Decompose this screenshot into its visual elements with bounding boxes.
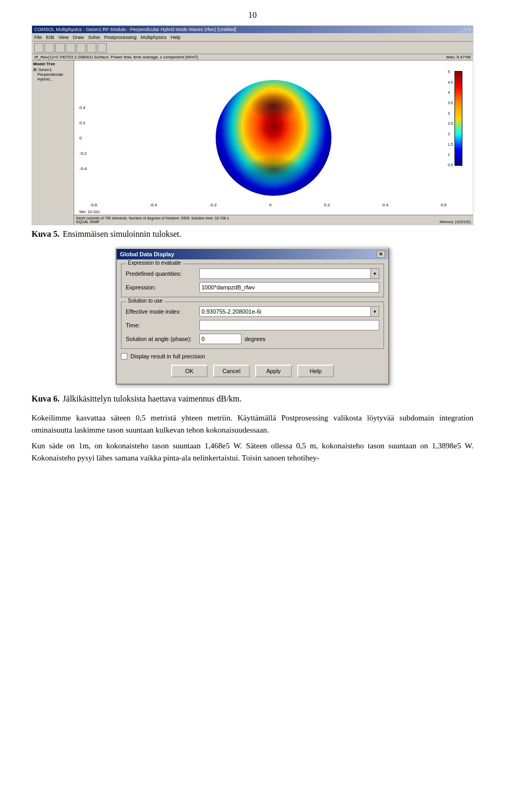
mode-index-row: Effective mode index: ▼ xyxy=(126,306,379,317)
dialog-buttons: OK Cancel Apply Help xyxy=(121,362,384,379)
mode-index-label: Effective mode index: xyxy=(126,308,199,315)
page-number: 10 xyxy=(32,11,473,20)
caption-kuva6: Kuva 6. Jälkikäsittelyn tuloksista haett… xyxy=(32,394,473,404)
apply-button[interactable]: Apply xyxy=(255,365,292,377)
comsol-status: Mesh consists of 756 elements. Number of… xyxy=(74,215,473,225)
kuva5-text: Ensimmäisen simuloinnin tulokset. xyxy=(63,229,181,239)
predefined-dropdown-btn[interactable]: ▼ xyxy=(371,268,379,279)
dialog-content: Expression to evaluate Predefined quanti… xyxy=(117,259,388,384)
help-button[interactable]: Help xyxy=(297,365,334,377)
dialog-titlebar: Global Data Display ✕ xyxy=(117,249,388,259)
comsol-window-controls: _ □ × xyxy=(460,27,471,32)
solution-group: Solution to use Effective mode index: ▼ … xyxy=(121,302,384,349)
toolbar-btn-4[interactable] xyxy=(66,43,75,53)
colorbar xyxy=(454,71,462,166)
angle-input[interactable] xyxy=(199,334,241,344)
predefined-input[interactable] xyxy=(199,268,371,279)
time-label: Time: xyxy=(126,322,199,328)
comsol-max: Max: 9.47%6 xyxy=(446,55,471,59)
toolbar-btn-6[interactable] xyxy=(87,43,96,53)
kuva5-label: Kuva 5. xyxy=(32,229,59,239)
global-data-display-dialog: Global Data Display ✕ Expression to eval… xyxy=(116,247,389,385)
comsol-status-text: Mesh consists of 756 elements. Number of… xyxy=(76,216,471,220)
toolbar-btn-5[interactable] xyxy=(76,43,86,53)
body-paragraph-2: Kun säde on 1m, on kokonaisteho tason su… xyxy=(32,440,473,464)
expression-group-legend: Expression to evaluate xyxy=(126,260,183,266)
precision-checkbox[interactable] xyxy=(121,353,127,359)
y-axis: 0.4 0.2 0 -0.2 -0.4 xyxy=(79,105,87,171)
toolbar-btn-2[interactable] xyxy=(45,43,54,53)
kuva6-text: Jälkikäsittelyn tuloksista haettava vaim… xyxy=(63,394,241,404)
precision-checkbox-row: Display result in full precision xyxy=(121,353,384,359)
dialog-title: Global Data Display xyxy=(120,251,174,257)
expression-label: Expression: xyxy=(126,284,199,290)
expression-input[interactable] xyxy=(199,282,379,293)
angle-label: Solution at angle (phase): xyxy=(126,336,199,342)
expression-group: Expression to evaluate Predefined quanti… xyxy=(121,264,384,297)
comsol-toolbar xyxy=(32,42,473,54)
precision-label: Display result in full precision xyxy=(130,353,205,359)
comsol-title: COMSOL Multiphysics - Geom1:RF Module - … xyxy=(34,27,236,32)
predefined-dropdown[interactable]: ▼ xyxy=(199,268,379,279)
time-input[interactable] xyxy=(199,320,379,330)
angle-unit: degrees xyxy=(245,336,266,342)
comsol-screenshot: COMSOL Multiphysics - Geom1:RF Module - … xyxy=(32,25,473,225)
comsol-min: Min: 12/-02s xyxy=(79,210,100,214)
colorbar-labels: 5 4.5 4 3.5 3 2.5 2 1.5 1 0.5 xyxy=(448,70,453,167)
comsol-snap: EQUAL SNAP xyxy=(76,220,99,224)
x-axis: -0.6-0.4-0.200.20.40.6 xyxy=(90,203,447,207)
solution-group-legend: Solution to use xyxy=(126,298,165,304)
toolbar-btn-7[interactable] xyxy=(97,43,107,53)
comsol-subtitle-bar: rff_rfwv(1)=0.700703 2.208001i Surface: … xyxy=(32,54,473,61)
comsol-main-area: 0.4 0.2 0 -0.2 -0.4 xyxy=(74,61,473,225)
heatmap-visualization xyxy=(216,80,331,196)
time-row: Time: xyxy=(126,320,379,330)
predefined-label: Predefined quantities: xyxy=(126,270,199,277)
comsol-sidebar: Model Tree ⊞ Geom1 Perpendicular Hybrid.… xyxy=(32,61,74,225)
mode-index-dropdown-btn[interactable]: ▼ xyxy=(371,306,379,317)
toolbar-btn-3[interactable] xyxy=(55,43,65,53)
toolbar-btn-1[interactable] xyxy=(34,43,44,53)
body-paragraph-1: Kokeilimme kasvattaa säteen 0,5 metristä… xyxy=(32,412,473,436)
caption-kuva5: Kuva 5. Ensimmäisen simuloinnin tulokset… xyxy=(32,229,473,239)
angle-row: Solution at angle (phase): degrees xyxy=(126,334,379,344)
comsol-subtitle: rff_rfwv(1)=0.700703 2.208001i Surface: … xyxy=(34,55,198,59)
mode-index-dropdown[interactable]: ▼ xyxy=(199,306,379,317)
predefined-row: Predefined quantities: ▼ xyxy=(126,268,379,279)
comsol-menubar: FileEditViewDrawSolvePostprocessingMulti… xyxy=(32,33,473,42)
expression-row: Expression: xyxy=(126,282,379,293)
comsol-memory: Memory: (102/102) xyxy=(440,220,471,224)
dialog-close-button[interactable]: ✕ xyxy=(377,250,385,258)
mode-index-input[interactable] xyxy=(199,306,371,317)
kuva6-label: Kuva 6. xyxy=(32,394,59,404)
cancel-button[interactable]: Cancel xyxy=(213,365,250,377)
dialog-wrapper: Global Data Display ✕ Expression to eval… xyxy=(32,247,473,385)
comsol-titlebar: COMSOL Multiphysics - Geom1:RF Module - … xyxy=(32,26,473,33)
ok-button[interactable]: OK xyxy=(171,365,208,377)
